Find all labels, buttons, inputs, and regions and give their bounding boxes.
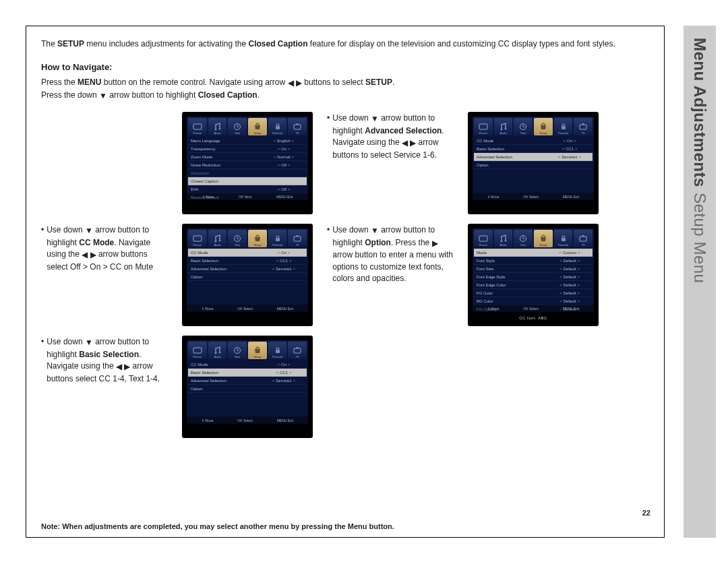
- menu-tab-audio: Audio: [494, 230, 513, 247]
- menu-tab-picture: Picture: [474, 118, 493, 135]
- menu-footer: ⇕ MoveOK NextMENU Exit: [187, 193, 308, 200]
- menu-tab-picture: Picture: [188, 230, 207, 247]
- caption-basic-selection: Use down ▼ arrow button to highlight Bas…: [41, 336, 168, 385]
- menu-row: Font Edge Style<Default>: [474, 273, 593, 281]
- caption-option: Use down ▼ arrow button to highlight Opt…: [327, 224, 454, 284]
- svg-rect-24: [193, 348, 202, 353]
- menu-row: Advanced Selection<Service1>: [188, 377, 307, 385]
- menu-row: Advanced Selection<Service1>: [188, 265, 307, 273]
- menu-row: Zoom Mode<Normal>: [188, 153, 307, 161]
- svg-point-1: [214, 129, 216, 131]
- menu-row: Advanced Selection<Service1>: [474, 153, 593, 161]
- triangle-down-icon: ▼: [85, 337, 93, 348]
- menu-tab-tv: TV: [574, 118, 593, 135]
- svg-point-13: [214, 241, 216, 243]
- page-number: 22: [642, 509, 650, 517]
- menu-row: CC Mode<On>: [188, 361, 307, 369]
- menu-tab-tv: TV: [574, 230, 593, 247]
- svg-rect-6: [479, 124, 487, 129]
- svg-rect-18: [479, 236, 487, 241]
- caption-cc-mode: Use down ▼ arrow button to highlight CC …: [41, 224, 168, 273]
- triangle-right-icon: ▶: [296, 77, 302, 89]
- menu-row: Transparency<On>: [188, 145, 307, 153]
- caption-advanced-selection: Use down ▼ arrow button to highlight Adv…: [327, 113, 454, 161]
- menu-row: Menu Language<English>: [188, 137, 307, 145]
- menu-tab-time: Time: [514, 118, 533, 135]
- menu-row: Font Style<Default>: [474, 257, 593, 265]
- side-tab: Menu Adjustments Setup Menu: [684, 26, 716, 538]
- menu-tab-time: Time: [514, 230, 533, 247]
- menu-tab-audio: Audio: [208, 342, 227, 359]
- menu-tab-setup: Setup: [534, 118, 553, 135]
- menu-row: Font Size<Default>: [474, 265, 593, 273]
- menu-row: Advanced: [188, 169, 307, 177]
- cc-font-sample: CC font: ABC: [519, 316, 547, 320]
- menu-row: Option: [188, 273, 307, 281]
- svg-point-19: [500, 241, 502, 243]
- menu-tab-setup: Setup: [248, 118, 267, 135]
- svg-rect-29: [294, 348, 301, 353]
- menu-tab-audio: Audio: [208, 118, 227, 135]
- menu-footer: ⇕ MoveOK SelectMENU Exit: [473, 305, 594, 312]
- menu-tab-tv: TV: [288, 342, 307, 359]
- page-content-frame: The SETUP menu includes adjustments for …: [26, 26, 665, 538]
- menu-footer: ⇕ MoveOK SelectMENU Exit: [187, 416, 308, 424]
- menu-row: CC Mode<On>: [474, 137, 593, 145]
- svg-point-8: [504, 128, 506, 130]
- menu-tab-setup: Setup: [248, 230, 267, 247]
- svg-rect-11: [580, 125, 586, 129]
- triangle-left-icon: ◀: [82, 249, 88, 261]
- tv-screenshot-advanced-selection: PictureAudioTimeSetupParentalTVCC Mode<O…: [468, 113, 598, 214]
- triangle-right-icon: ▶: [410, 137, 416, 149]
- intro-paragraph: The SETUP menu includes adjustments for …: [41, 38, 650, 50]
- tv-screenshot-cc-mode: PictureAudioTimeSetupParentalTVCC Mode<O…: [183, 224, 312, 325]
- menu-tab-parental: Parental: [268, 230, 287, 247]
- menu-row: CC Mode<On>: [188, 249, 307, 257]
- menu-footer: ⇕ MoveOK SelectMENU Exit: [473, 193, 594, 200]
- triangle-right-icon: ▶: [124, 361, 130, 373]
- menu-tab-tv: TV: [288, 118, 307, 135]
- tv-screenshot-setup: PictureAudioTimeSetupParentalTVMenu Lang…: [183, 113, 312, 214]
- menu-row: Option: [188, 385, 307, 393]
- triangle-left-icon: ◀: [116, 361, 122, 373]
- menu-tab-parental: Parental: [268, 118, 287, 135]
- svg-point-25: [214, 352, 216, 354]
- triangle-right-icon: ▶: [432, 238, 438, 249]
- svg-rect-0: [193, 124, 202, 129]
- svg-point-26: [218, 352, 220, 354]
- menu-tab-picture: Picture: [188, 342, 207, 359]
- svg-rect-12: [193, 236, 202, 241]
- svg-rect-28: [276, 350, 280, 353]
- tv-screenshot-basic-selection: PictureAudioTimeSetupParentalTVCC Mode<O…: [183, 336, 312, 437]
- bottom-note: Note: When adjustments are completed, yo…: [41, 522, 650, 530]
- menu-row: Basic Selection<CC1>: [474, 145, 593, 153]
- menu-tab-time: Time: [228, 342, 247, 359]
- menu-tab-audio: Audio: [494, 118, 513, 135]
- menu-tab-audio: Audio: [208, 230, 227, 247]
- triangle-down-icon: ▼: [99, 90, 107, 102]
- menu-tab-tv: TV: [288, 230, 307, 247]
- svg-rect-17: [294, 237, 301, 241]
- menu-row: Font Edge Color<Default>: [474, 281, 593, 289]
- menu-tab-parental: Parental: [268, 342, 287, 359]
- menu-tab-picture: Picture: [188, 118, 207, 135]
- svg-point-2: [218, 128, 220, 130]
- triangle-down-icon: ▼: [85, 225, 93, 237]
- svg-rect-5: [294, 125, 301, 129]
- triangle-right-icon: ▶: [90, 249, 96, 261]
- how-to-navigate-heading: How to Navigate:: [41, 62, 650, 72]
- menu-tab-parental: Parental: [554, 230, 573, 247]
- menu-row: Mode<Custom>: [474, 249, 593, 257]
- svg-rect-23: [580, 237, 586, 241]
- svg-point-14: [218, 240, 220, 242]
- menu-footer: ⇕ MoveOK SelectMENU Exit: [187, 305, 308, 312]
- menu-tab-time: Time: [228, 230, 247, 247]
- menu-row: Basic Selection<CC1>: [188, 369, 307, 377]
- menu-tab-setup: Setup: [248, 342, 267, 359]
- menu-row: Basic Selection<CC1>: [188, 257, 307, 265]
- side-tab-title-bold: Menu Adjustments: [690, 38, 709, 187]
- menu-row: FG Color<Default>: [474, 289, 593, 297]
- menu-tab-parental: Parental: [554, 118, 573, 135]
- triangle-left-icon: ◀: [402, 137, 408, 149]
- navigate-instructions: Press the MENU button on the remote cont…: [41, 76, 650, 102]
